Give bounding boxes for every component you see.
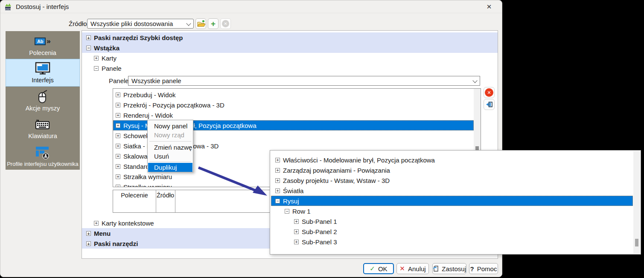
expand-plus-icon[interactable] — [116, 103, 120, 107]
collapse-minus-icon[interactable] — [86, 46, 91, 50]
expand-plus-icon[interactable] — [294, 240, 299, 244]
tree-row-karty[interactable]: Karty — [94, 53, 117, 63]
panel-row[interactable]: Przekrój - Pozycja początkowa - 3D — [113, 100, 474, 110]
add-file-button[interactable]: + — [208, 18, 219, 29]
table-header-zrodlo: Źródło — [156, 192, 175, 199]
expand-plus-icon[interactable] — [116, 133, 120, 138]
source-combobox-value: Wszystkie pliki dostosowania — [90, 20, 173, 27]
expand-plus-icon[interactable] — [294, 229, 299, 234]
sidebar-item-profile[interactable]: Profile interfejsu użytkownika — [6, 142, 80, 170]
window-title: Dostosuj - interfejs — [16, 3, 69, 10]
cross-icon: ✕ — [399, 265, 405, 272]
delete-panel-button[interactable]: ✕ — [484, 87, 495, 98]
ok-button[interactable]: ✓ OK — [363, 263, 394, 274]
expand-plus-icon[interactable] — [275, 178, 280, 183]
overlay-row-rysuj-selected[interactable]: Rysuj — [271, 196, 633, 206]
open-file-button[interactable] — [195, 18, 206, 29]
sidebar-item-akcje-myszy[interactable]: Akcje myszy — [6, 87, 80, 114]
monitor-icon — [35, 61, 51, 77]
expand-plus-icon[interactable] — [86, 241, 91, 246]
insert-panel-icon — [485, 101, 493, 108]
insert-panel-button[interactable] — [484, 99, 495, 110]
folder-open-icon — [196, 20, 206, 28]
expand-plus-icon[interactable] — [275, 158, 280, 162]
check-icon: ✓ — [370, 265, 375, 272]
expand-plus-icon[interactable] — [275, 188, 280, 193]
apply-button[interactable]: Zastosuj — [432, 263, 466, 274]
category-sidebar: Ab» Polecenia Interfejs — [6, 31, 80, 170]
collapse-minus-icon[interactable] — [285, 209, 289, 214]
menu-item-zmien-nazwe[interactable]: Zmień nazwę — [148, 143, 192, 152]
app-icon: 2023 — [4, 3, 12, 11]
menu-separator — [149, 162, 191, 162]
title-bar[interactable]: 2023 Dostosuj - interfejs ✕ — [0, 0, 502, 13]
expand-plus-icon[interactable] — [116, 144, 120, 148]
panel-row[interactable]: Renderuj - Widok — [113, 110, 474, 120]
sidebar-item-interfejs[interactable]: Interfejs — [6, 59, 80, 87]
sidebar-item-polecenia[interactable]: Ab» Polecenia — [6, 31, 80, 59]
delete-icon: ✕ — [485, 88, 493, 97]
panels-filter-label: Panele: — [109, 77, 131, 84]
expand-plus-icon[interactable] — [86, 231, 91, 236]
commands-icon: Ab» — [35, 33, 50, 49]
mouse-icon — [38, 89, 48, 105]
disabled-delete-icon: ✕ — [222, 20, 229, 27]
column-divider — [175, 190, 175, 212]
help-button[interactable]: ? Pomoc — [469, 263, 498, 274]
chevron-down-icon — [472, 78, 477, 83]
overlay-row-subpanel[interactable]: Sub-Panel 1 — [294, 216, 337, 226]
plus-icon: + — [211, 20, 216, 28]
ui-profile-icon — [35, 145, 50, 161]
menu-item-usun[interactable]: Usuń — [148, 152, 192, 161]
expand-plus-icon[interactable] — [294, 219, 299, 224]
tree-row-quick-access[interactable]: Paski narzędzi Szybki dostęp — [82, 32, 498, 43]
collapse-minus-icon[interactable] — [94, 66, 99, 71]
panels-filter-combobox[interactable]: Wszystkie panele — [128, 76, 480, 86]
expand-plus-icon[interactable] — [94, 221, 99, 226]
tree-row-karty-kontekstowe[interactable]: Karty kontekstowe — [94, 218, 154, 228]
context-menu: Nowy panel Nowy rząd Zmień nazwę Usuń Du… — [147, 120, 193, 172]
menu-item-duplikuj[interactable]: Duplikuj — [148, 163, 192, 172]
column-divider — [156, 190, 156, 212]
expand-plus-icon[interactable] — [116, 164, 120, 169]
close-icon[interactable]: ✕ — [482, 2, 496, 12]
tree-row-ribbon[interactable]: Wstążka — [82, 43, 498, 53]
overlay-row[interactable]: Światła — [275, 185, 303, 196]
expand-plus-icon[interactable] — [94, 56, 99, 61]
remove-file-button-disabled[interactable]: ✕ — [220, 18, 231, 29]
duplicated-panel-popup: Właściwości - Modelowanie brył, Pozycja … — [270, 150, 641, 255]
collapse-minus-icon[interactable] — [275, 199, 280, 203]
expand-plus-icon[interactable] — [86, 35, 91, 40]
source-combobox[interactable]: Wszystkie pliki dostosowania — [87, 19, 194, 29]
overlay-row[interactable]: Właściwości - Modelowanie brył, Pozycja … — [275, 155, 435, 165]
overlay-scrollbar[interactable] — [633, 151, 640, 254]
expand-plus-icon[interactable] — [116, 154, 120, 159]
expand-plus-icon[interactable] — [116, 93, 120, 97]
expand-plus-icon[interactable] — [116, 123, 120, 128]
apply-doc-icon — [433, 265, 439, 272]
overlay-row[interactable]: Zasoby projektu - Wstaw, Wstaw - 3D — [275, 175, 390, 185]
overlay-row-subpanel[interactable]: Sub-Panel 2 — [294, 226, 337, 237]
overlay-row-subpanel[interactable]: Sub-Panel 3 — [294, 237, 337, 247]
tree-row-panele[interactable]: Panele — [94, 63, 122, 73]
keyboard-icon — [35, 116, 50, 133]
overlay-row-row1[interactable]: Row 1 — [285, 206, 311, 216]
panel-row[interactable]: Przebuduj - Widok — [113, 90, 474, 100]
overlay-row[interactable]: Zarządzaj powiązaniami - Powiązania — [275, 165, 390, 175]
menu-item-nowy-rzad[interactable]: Nowy rząd — [148, 130, 192, 139]
chevron-down-icon — [186, 21, 191, 26]
panels-filter-value: Wszystkie panele — [131, 77, 181, 84]
expand-plus-icon[interactable] — [116, 185, 120, 188]
sidebar-item-klawiatura[interactable]: Klawiatura — [6, 114, 80, 142]
expand-plus-icon[interactable] — [116, 113, 120, 118]
scrollbar-thumb[interactable] — [635, 239, 638, 246]
cancel-button[interactable]: ✕ Anuluj — [396, 263, 429, 274]
table-header-polecenie: Polecenie — [113, 192, 156, 199]
menu-item-nowy-panel[interactable]: Nowy panel — [148, 122, 192, 130]
svg-text:2023: 2023 — [5, 7, 11, 10]
question-icon: ? — [470, 265, 474, 272]
source-label: Źródło: — [69, 20, 89, 27]
menu-separator — [149, 141, 191, 142]
expand-plus-icon[interactable] — [116, 174, 120, 179]
expand-plus-icon[interactable] — [275, 168, 280, 173]
